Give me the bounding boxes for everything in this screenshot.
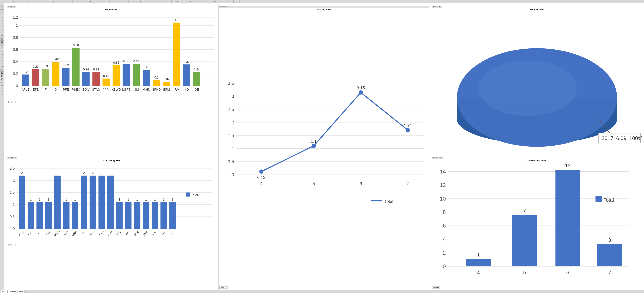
tab-dash[interactable]: Dash (0, 290, 8, 293)
count-by-sym-svg: 2.5 2 1.5 1 0.5 0 2 (7, 162, 216, 243)
row-2: 2 (0, 6, 4, 10)
svg-text:STAG: STAG (92, 88, 100, 91)
svg-text:ETE: ETE (33, 88, 38, 91)
row-18: 18 (0, 56, 4, 59)
svg-text:1: 1 (39, 198, 40, 201)
svg-rect-78 (46, 202, 52, 229)
svg-text:EPM: EPM (163, 88, 170, 91)
row-6: 6 (0, 19, 4, 22)
col-j: J (122, 0, 134, 3)
svg-text:0.2: 0.2 (13, 72, 18, 76)
svg-text:0.24: 0.24 (83, 68, 89, 71)
svg-text:14: 14 (440, 168, 446, 174)
svg-point-144 (406, 128, 410, 132)
svg-rect-108 (134, 202, 140, 229)
bar-o (52, 62, 60, 86)
svg-text:0.32: 0.32 (63, 63, 69, 67)
svg-text:0.5: 0.5 (228, 159, 234, 164)
count-by-month-title: # OF DIV's Per Month (432, 160, 642, 162)
row-1: 1 (0, 4, 4, 6)
bar-kbwd (112, 65, 120, 86)
svg-text:PSEC: PSEC (72, 88, 80, 91)
row-19: 19 (0, 59, 4, 62)
bar-yyy (102, 78, 110, 86)
month-filter-btn-1[interactable]: Month (220, 286, 228, 289)
div-by-sym-chart: Sum of Div DIV $ BY SYM 1.2 1 0.8 0.6 0.… (6, 5, 217, 154)
row-28: 28 (0, 87, 4, 90)
svg-rect-87 (72, 202, 78, 229)
row-26: 26 (0, 81, 4, 84)
svg-text:10: 10 (440, 196, 446, 202)
svg-text:2: 2 (101, 171, 102, 174)
svg-text:F: F (45, 88, 46, 91)
svg-text:0.66: 0.66 (73, 44, 79, 47)
svg-text:2: 2 (83, 171, 85, 174)
svg-text:4: 4 (443, 236, 446, 242)
svg-text:0: 0 (13, 226, 15, 230)
svg-text:5: 5 (312, 181, 315, 186)
total-by-month-svg: 3.5 3 2.5 2 1.5 1 0.5 0 (220, 11, 429, 286)
row-22: 22 (0, 68, 4, 72)
svg-text:1.71: 1.71 (404, 123, 412, 128)
row-13: 13 (0, 40, 4, 44)
row-7: 7 (0, 22, 4, 25)
svg-text:Total: Total (191, 193, 198, 197)
svg-text:PFE: PFE (90, 231, 95, 236)
svg-text:1: 1 (48, 198, 50, 201)
svg-text:1: 1 (136, 198, 138, 201)
svg-text:PSEC: PSEC (98, 230, 104, 236)
main-content: 1 2 3 4 5 6 7 8 9 10 11 12 13 14 15 16 1… (0, 4, 644, 290)
svg-point-141 (259, 170, 264, 174)
svg-rect-123 (186, 192, 190, 196)
svg-text:2: 2 (13, 178, 15, 182)
svg-text:IRM: IRM (152, 231, 157, 236)
spreadsheet: A B C D E F G H I J K L M N O P Q R S T … (0, 0, 644, 293)
svg-text:F: F (38, 232, 40, 235)
svg-text:IRM: IRM (174, 88, 179, 91)
svg-text:SDIV: SDIV (82, 88, 90, 91)
svg-text:0: 0 (232, 172, 234, 177)
svg-text:1.5: 1.5 (10, 190, 15, 194)
bar-pfe (62, 68, 70, 86)
svg-text:GE: GE (170, 231, 174, 236)
svg-text:5: 5 (523, 269, 526, 276)
svg-rect-102 (116, 202, 123, 229)
svg-text:EPM: EPM (143, 230, 148, 236)
svg-text:2: 2 (443, 250, 446, 256)
col-n: N (172, 0, 184, 3)
col-d: D (48, 0, 60, 3)
count-by-sym-chart: Count of Div # OF DIV's By SYM 2.5 2 1.5… (6, 156, 217, 290)
svg-text:3: 3 (608, 237, 611, 243)
add-tab-button[interactable]: + (25, 290, 27, 293)
count-sym-filter-btn[interactable]: Symbol (7, 244, 16, 246)
symbol-filter-btn[interactable]: Symbol (7, 101, 16, 103)
tab-div-data[interactable]: Div Data (8, 290, 17, 293)
month-filter-btn-2[interactable]: Month (432, 286, 440, 289)
svg-text:3.15: 3.15 (357, 86, 365, 90)
row-20: 20 (0, 62, 4, 65)
svg-text:1: 1 (74, 198, 76, 201)
svg-rect-105 (125, 202, 132, 229)
bar-month-6 (556, 170, 580, 266)
bar-month-5 (512, 215, 537, 266)
row-3: 3 (0, 10, 4, 13)
svg-text:8: 8 (443, 209, 446, 215)
tab-pivot[interactable]: Pivot (18, 290, 24, 293)
svg-text:MAIN: MAIN (62, 230, 69, 236)
svg-text:6: 6 (443, 222, 446, 229)
svg-rect-84 (63, 202, 70, 229)
row-23: 23 (0, 72, 4, 75)
row-9: 9 (0, 28, 4, 31)
col-s: S (234, 0, 246, 3)
col-l: L (147, 0, 159, 3)
row-25: 25 (0, 78, 4, 81)
svg-text:0.1: 0.1 (154, 76, 158, 79)
total-by-month-badge: Sum of Div (220, 6, 429, 8)
svg-text:GM: GM (134, 88, 138, 91)
bar-psec (72, 48, 80, 86)
svg-text:1: 1 (128, 198, 129, 201)
div-by-sym-badge: Sum of Div (7, 6, 16, 8)
col-p: P (196, 0, 209, 3)
row-27: 27 (0, 84, 4, 87)
svg-rect-69 (19, 176, 25, 228)
